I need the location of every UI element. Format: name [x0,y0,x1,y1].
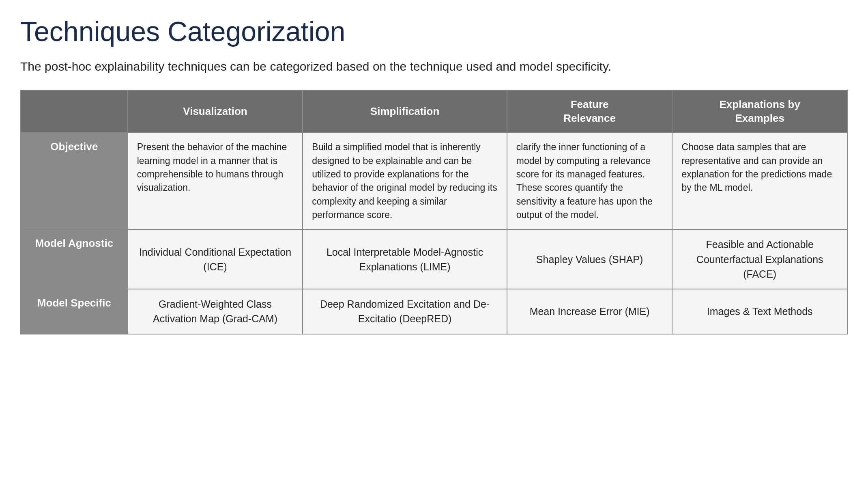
categorization-table: Visualization Simplification FeatureRele… [20,90,848,334]
agnostic-feature-relevance: Shapley Values (SHAP) [507,229,672,289]
model-specific-label: Model Specific [21,289,128,334]
objective-simplification: Build a simplified model that is inheren… [303,133,507,229]
objective-label: Objective [21,133,128,229]
specific-visualization: Gradient-Weighted Class Activation Map (… [128,289,303,334]
header-feature-relevance: FeatureRelevance [507,90,672,133]
agnostic-simplification: Local Interpretable Model-Agnostic Expla… [303,229,507,289]
header-empty [21,90,128,133]
table-header-row: Visualization Simplification FeatureRele… [21,90,847,133]
page-title: Techniques Categorization [20,16,848,47]
objective-row: Objective Present the behavior of the ma… [21,133,847,229]
specific-simplification: Deep Randomized Excitation and De-Excita… [303,289,507,334]
objective-feature-relevance: clarify the inner functioning of a model… [507,133,672,229]
agnostic-explanations: Feasible and Actionable Counterfactual E… [672,229,847,289]
header-explanations-by-examples: Explanations byExamples [672,90,847,133]
header-visualization: Visualization [128,90,303,133]
header-simplification: Simplification [303,90,507,133]
subtitle: The post-hoc explainability techniques c… [20,58,848,75]
agnostic-visualization: Individual Conditional Expectation (ICE) [128,229,303,289]
specific-feature-relevance: Mean Increase Error (MIE) [507,289,672,334]
objective-explanations: Choose data samples that are representat… [672,133,847,229]
model-agnostic-label: Model Agnostic [21,229,128,289]
model-agnostic-row: Model Agnostic Individual Conditional Ex… [21,229,847,289]
model-specific-row: Model Specific Gradient-Weighted Class A… [21,289,847,334]
objective-visualization: Present the behavior of the machine lear… [128,133,303,229]
specific-explanations: Images & Text Methods [672,289,847,334]
